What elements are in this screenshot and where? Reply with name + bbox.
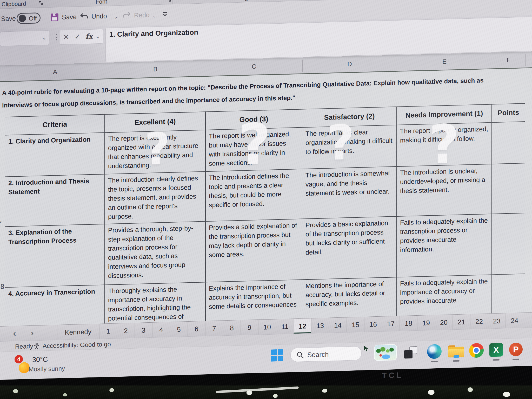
criteria-cell[interactable]: 1. Clarity and Organization [5, 132, 105, 177]
sheet-tab-20[interactable]: 20 [435, 315, 453, 330]
cancel-entry-icon[interactable]: ✕ [63, 33, 69, 41]
sheet-tab-17[interactable]: 17 [382, 316, 400, 332]
autosave-state-label: Off [29, 15, 37, 22]
powerpoint-app-icon[interactable]: P [509, 342, 523, 356]
next-sheet-icon[interactable]: › [31, 328, 34, 338]
rubric-cell[interactable]: Provides a basic explanation of the tran… [302, 216, 397, 280]
name-box-dropdown-icon[interactable]: ⌄ [42, 34, 46, 41]
insert-function-icon[interactable]: fx [85, 32, 93, 41]
clipboard-dialog-launcher-icon[interactable] [38, 1, 43, 5]
question-mark-overlay: ? [144, 123, 170, 175]
worksheet-grid: A 40-point rubric for evaluating a 10-pa… [0, 68, 532, 326]
rubric-title-line2: interviews or focus group discussions, i… [2, 94, 295, 109]
sheet-tab-4[interactable]: 4 [152, 322, 170, 338]
accessibility-status-label[interactable]: Accessibility: Good to go [43, 341, 111, 350]
sheet-tab-6[interactable]: 6 [188, 321, 205, 337]
sheet-tab-11[interactable]: 11 [276, 319, 294, 334]
sheet-tab-2[interactable]: 2 [117, 323, 135, 338]
rubric-cell[interactable]: Provides a thorough, step-by-step explan… [105, 221, 205, 285]
weather-alert-badge: 4 [15, 355, 23, 364]
excel-app-icon[interactable]: X [489, 343, 503, 357]
sheet-tab-16[interactable]: 16 [364, 317, 382, 332]
question-mark-overlay: ? [429, 113, 460, 176]
sheet-tab-14[interactable]: 14 [329, 317, 347, 333]
sheet-tab-21[interactable]: 21 [453, 314, 470, 330]
row-header-7[interactable]: 7 [0, 219, 2, 227]
rubric-cell[interactable]: Provides a solid explanation of the tran… [205, 219, 302, 282]
rubric-cell[interactable]: Fails to adequately explain the transcri… [397, 214, 492, 277]
redo-button[interactable]: Redo [134, 11, 150, 19]
points-cell[interactable] [492, 213, 525, 275]
widgets-icon[interactable] [374, 344, 397, 361]
undo-icon[interactable] [79, 12, 89, 22]
autosave-label: Save [1, 15, 16, 22]
chrome-browser-icon[interactable] [469, 343, 484, 358]
row-header-8[interactable]: 8 [1, 283, 4, 291]
sheet-tab-8[interactable]: 8 [223, 320, 241, 336]
column-header-c[interactable]: C [206, 62, 302, 72]
rubric-cell[interactable]: Thoroughly explains the importance of ac… [105, 282, 205, 326]
sheet-tab-23[interactable]: 23 [488, 313, 506, 329]
column-header-f[interactable]: F [492, 56, 525, 64]
redo-dropdown-icon[interactable]: ⌄ [152, 13, 156, 19]
redo-icon[interactable] [122, 11, 131, 21]
function-dropdown-icon[interactable]: ⌄ [96, 34, 100, 40]
ribbon-group-clipboard: Clipboard [2, 0, 26, 8]
rubric-cell[interactable]: The introduction is somewhat vague, and … [302, 167, 397, 219]
open-app-indicator [453, 360, 460, 362]
ribbon-group-font: Font [96, 0, 107, 5]
start-button-icon[interactable] [271, 349, 283, 361]
save-button[interactable]: Save [62, 13, 77, 21]
tablecloth-pattern [0, 385, 532, 399]
sheet-tab-22[interactable]: 22 [470, 314, 488, 329]
open-app-indicator [493, 359, 500, 361]
sheet-tab-3[interactable]: 3 [135, 323, 152, 338]
task-view-icon[interactable] [404, 346, 417, 358]
autosave-toggle[interactable]: Off [17, 12, 41, 24]
column-header-e[interactable]: E [397, 57, 492, 66]
edge-browser-icon[interactable] [427, 344, 442, 359]
sheet-tab-12[interactable]: 12 [294, 318, 311, 334]
formula-buttons: ✕ ✓ fx ⌄ [59, 29, 103, 45]
ribbon-group-alignment: Alignment [238, 0, 264, 2]
sheet-tab-13[interactable]: 13 [311, 318, 329, 334]
previous-sheet-icon[interactable]: ‹ [13, 328, 16, 338]
confirm-entry-icon[interactable]: ✓ [75, 32, 81, 41]
sheet-tab-1[interactable]: 1 [99, 323, 117, 339]
undo-dropdown-icon[interactable]: ⌄ [114, 14, 118, 20]
file-explorer-icon[interactable] [448, 345, 464, 357]
sheet-tab-kennedy[interactable]: Kennedy [57, 324, 99, 340]
sheet-tab-9[interactable]: 9 [241, 320, 258, 335]
taskbar-search-box[interactable]: Search [290, 346, 362, 362]
weather-temperature: 30°C [32, 355, 48, 364]
points-cell[interactable] [492, 163, 525, 214]
question-mark-overlay: ? [238, 111, 271, 177]
rubric-cell[interactable]: The introduction clearly defines the top… [105, 171, 205, 224]
header-cell-points[interactable]: Points [492, 103, 525, 122]
criteria-cell[interactable]: 4. Accuracy in Transcription [5, 285, 105, 326]
mouse-cursor [363, 345, 370, 354]
points-cell[interactable] [492, 122, 525, 164]
sheet-tab-10[interactable]: 10 [258, 319, 276, 335]
taskbar-weather-widget[interactable]: 4 30°C Mostly sunny [0, 350, 94, 380]
sheet-tab-19[interactable]: 19 [417, 315, 435, 331]
sheet-tab-24[interactable]: 24 [506, 313, 523, 328]
header-cell-criteria[interactable]: Criteria [5, 114, 105, 135]
sheet-tab-18[interactable]: 18 [400, 316, 417, 331]
sheet-tab-5[interactable]: 5 [170, 322, 188, 337]
weather-description: Mostly sunny [29, 365, 65, 373]
criteria-cell[interactable]: 2. Introduction and Thesis Statement [5, 174, 105, 227]
criteria-cell[interactable]: 3. Explanation of the Transcription Proc… [5, 224, 105, 287]
question-mark-overlay: ? [327, 114, 355, 171]
sheet-tab-15[interactable]: 15 [347, 317, 364, 332]
name-box[interactable]: ⌄ [0, 30, 49, 46]
save-icon[interactable] [50, 12, 59, 23]
sheet-tab-7[interactable]: 7 [205, 321, 223, 336]
column-header-b[interactable]: B [105, 64, 206, 74]
font-dialog-launcher-icon[interactable] [167, 0, 171, 2]
undo-button[interactable]: Undo [91, 12, 107, 20]
customize-quick-access-icon[interactable] [162, 11, 168, 19]
column-header-a[interactable]: A [5, 67, 105, 77]
column-header-d[interactable]: D [302, 59, 397, 69]
accessibility-icon[interactable] [33, 343, 40, 351]
